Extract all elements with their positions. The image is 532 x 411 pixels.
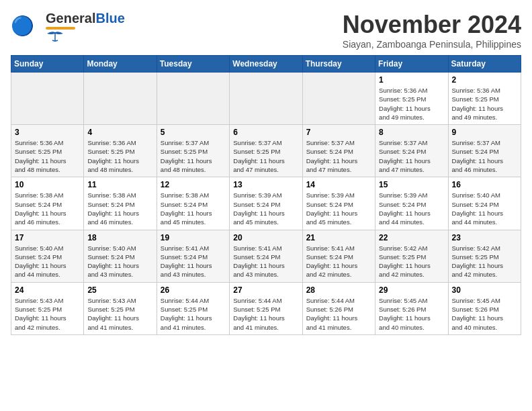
calendar-week-row: 10Sunrise: 5:38 AM Sunset: 5:24 PM Dayli… bbox=[11, 177, 521, 230]
logo-blue: Blue bbox=[95, 11, 124, 26]
day-number: 22 bbox=[379, 233, 444, 242]
location: Siayan, Zamboanga Peninsula, Philippines bbox=[343, 39, 521, 50]
day-info: Sunrise: 5:44 AM Sunset: 5:25 PM Dayligh… bbox=[233, 296, 298, 332]
calendar-week-row: 1Sunrise: 5:36 AM Sunset: 5:25 PM Daylig… bbox=[11, 73, 521, 125]
logo-general: General bbox=[46, 11, 95, 26]
calendar-day-cell bbox=[157, 73, 229, 125]
title-area: November 2024 Siayan, Zamboanga Peninsul… bbox=[343, 11, 521, 50]
calendar-header-wednesday: Wednesday bbox=[230, 56, 302, 73]
calendar-day-cell: 1Sunrise: 5:36 AM Sunset: 5:25 PM Daylig… bbox=[375, 73, 448, 125]
day-number: 2 bbox=[452, 75, 517, 85]
calendar-day-cell: 14Sunrise: 5:39 AM Sunset: 5:24 PM Dayli… bbox=[302, 177, 375, 230]
calendar-day-cell: 19Sunrise: 5:41 AM Sunset: 5:24 PM Dayli… bbox=[157, 230, 229, 282]
day-number: 24 bbox=[15, 285, 80, 295]
day-number: 4 bbox=[87, 128, 152, 137]
day-info: Sunrise: 5:44 AM Sunset: 5:26 PM Dayligh… bbox=[306, 296, 371, 332]
day-info: Sunrise: 5:44 AM Sunset: 5:25 PM Dayligh… bbox=[161, 296, 226, 332]
calendar-day-cell: 16Sunrise: 5:40 AM Sunset: 5:24 PM Dayli… bbox=[448, 177, 521, 230]
calendar-week-row: 3Sunrise: 5:36 AM Sunset: 5:25 PM Daylig… bbox=[11, 125, 521, 177]
day-number: 16 bbox=[452, 180, 517, 189]
calendar-header-friday: Friday bbox=[375, 56, 448, 73]
day-info: Sunrise: 5:41 AM Sunset: 5:24 PM Dayligh… bbox=[233, 244, 298, 279]
calendar-header-monday: Monday bbox=[84, 56, 157, 73]
day-number: 3 bbox=[15, 128, 80, 137]
calendar-day-cell: 24Sunrise: 5:43 AM Sunset: 5:25 PM Dayli… bbox=[11, 282, 84, 334]
calendar-day-cell: 6Sunrise: 5:37 AM Sunset: 5:25 PM Daylig… bbox=[230, 125, 302, 177]
day-info: Sunrise: 5:37 AM Sunset: 5:24 PM Dayligh… bbox=[452, 138, 517, 174]
day-info: Sunrise: 5:45 AM Sunset: 5:26 PM Dayligh… bbox=[452, 296, 517, 332]
calendar-day-cell: 26Sunrise: 5:44 AM Sunset: 5:25 PM Dayli… bbox=[157, 282, 229, 334]
calendar-day-cell: 28Sunrise: 5:44 AM Sunset: 5:26 PM Dayli… bbox=[302, 282, 375, 334]
day-number: 8 bbox=[379, 128, 444, 137]
day-info: Sunrise: 5:37 AM Sunset: 5:25 PM Dayligh… bbox=[161, 138, 226, 174]
calendar-day-cell: 3Sunrise: 5:36 AM Sunset: 5:25 PM Daylig… bbox=[11, 125, 84, 177]
day-number: 30 bbox=[452, 285, 517, 295]
day-info: Sunrise: 5:38 AM Sunset: 5:24 PM Dayligh… bbox=[161, 191, 226, 226]
calendar-day-cell: 20Sunrise: 5:41 AM Sunset: 5:24 PM Dayli… bbox=[230, 230, 302, 282]
day-info: Sunrise: 5:37 AM Sunset: 5:24 PM Dayligh… bbox=[306, 138, 371, 174]
calendar-day-cell: 27Sunrise: 5:44 AM Sunset: 5:25 PM Dayli… bbox=[230, 282, 302, 334]
day-number: 1 bbox=[379, 75, 444, 85]
day-number: 26 bbox=[161, 285, 226, 295]
calendar-day-cell: 2Sunrise: 5:36 AM Sunset: 5:25 PM Daylig… bbox=[448, 73, 521, 125]
day-number: 28 bbox=[306, 285, 371, 295]
calendar-header-row: SundayMondayTuesdayWednesdayThursdayFrid… bbox=[11, 56, 521, 73]
day-number: 17 bbox=[15, 233, 80, 242]
calendar-day-cell: 15Sunrise: 5:39 AM Sunset: 5:24 PM Dayli… bbox=[375, 177, 448, 230]
calendar-header-thursday: Thursday bbox=[302, 56, 375, 73]
calendar-day-cell: 7Sunrise: 5:37 AM Sunset: 5:24 PM Daylig… bbox=[302, 125, 375, 177]
calendar-week-row: 17Sunrise: 5:40 AM Sunset: 5:24 PM Dayli… bbox=[11, 230, 521, 282]
calendar-day-cell bbox=[84, 73, 157, 125]
day-number: 13 bbox=[233, 180, 298, 189]
day-number: 15 bbox=[379, 180, 444, 189]
day-info: Sunrise: 5:40 AM Sunset: 5:24 PM Dayligh… bbox=[87, 244, 152, 279]
day-number: 14 bbox=[306, 180, 371, 189]
day-number: 19 bbox=[161, 233, 226, 242]
day-info: Sunrise: 5:39 AM Sunset: 5:24 PM Dayligh… bbox=[379, 191, 444, 226]
day-info: Sunrise: 5:39 AM Sunset: 5:24 PM Dayligh… bbox=[233, 191, 298, 226]
logo-bird-icon bbox=[46, 31, 64, 43]
day-info: Sunrise: 5:36 AM Sunset: 5:25 PM Dayligh… bbox=[452, 86, 517, 122]
logo-text-block: GeneralBlue bbox=[46, 11, 125, 43]
day-number: 25 bbox=[87, 285, 152, 295]
calendar-day-cell: 8Sunrise: 5:37 AM Sunset: 5:24 PM Daylig… bbox=[375, 125, 448, 177]
calendar-day-cell: 12Sunrise: 5:38 AM Sunset: 5:24 PM Dayli… bbox=[157, 177, 229, 230]
day-number: 10 bbox=[15, 180, 80, 189]
day-info: Sunrise: 5:37 AM Sunset: 5:24 PM Dayligh… bbox=[379, 138, 444, 174]
calendar-day-cell bbox=[302, 73, 375, 125]
day-info: Sunrise: 5:40 AM Sunset: 5:24 PM Dayligh… bbox=[452, 191, 517, 226]
day-info: Sunrise: 5:37 AM Sunset: 5:25 PM Dayligh… bbox=[233, 138, 298, 174]
day-info: Sunrise: 5:38 AM Sunset: 5:24 PM Dayligh… bbox=[15, 191, 80, 226]
day-number: 29 bbox=[379, 285, 444, 295]
day-number: 18 bbox=[87, 233, 152, 242]
calendar-header-saturday: Saturday bbox=[448, 56, 521, 73]
logo: 🔵 GeneralBlue bbox=[11, 11, 125, 43]
calendar-day-cell: 11Sunrise: 5:38 AM Sunset: 5:24 PM Dayli… bbox=[84, 177, 157, 230]
day-info: Sunrise: 5:41 AM Sunset: 5:24 PM Dayligh… bbox=[161, 244, 226, 279]
calendar-day-cell bbox=[11, 73, 84, 125]
day-info: Sunrise: 5:43 AM Sunset: 5:25 PM Dayligh… bbox=[15, 296, 80, 332]
day-info: Sunrise: 5:39 AM Sunset: 5:24 PM Dayligh… bbox=[306, 191, 371, 226]
calendar-day-cell: 23Sunrise: 5:42 AM Sunset: 5:25 PM Dayli… bbox=[448, 230, 521, 282]
day-number: 20 bbox=[233, 233, 298, 242]
calendar-day-cell: 17Sunrise: 5:40 AM Sunset: 5:24 PM Dayli… bbox=[11, 230, 84, 282]
calendar-day-cell: 30Sunrise: 5:45 AM Sunset: 5:26 PM Dayli… bbox=[448, 282, 521, 334]
calendar-day-cell: 10Sunrise: 5:38 AM Sunset: 5:24 PM Dayli… bbox=[11, 177, 84, 230]
day-number: 12 bbox=[161, 180, 226, 189]
day-number: 11 bbox=[87, 180, 152, 189]
calendar-day-cell: 9Sunrise: 5:37 AM Sunset: 5:24 PM Daylig… bbox=[448, 125, 521, 177]
calendar-header-sunday: Sunday bbox=[11, 56, 84, 73]
calendar-week-row: 24Sunrise: 5:43 AM Sunset: 5:25 PM Dayli… bbox=[11, 282, 521, 334]
calendar-day-cell: 4Sunrise: 5:36 AM Sunset: 5:25 PM Daylig… bbox=[84, 125, 157, 177]
day-info: Sunrise: 5:43 AM Sunset: 5:25 PM Dayligh… bbox=[87, 296, 152, 332]
day-info: Sunrise: 5:38 AM Sunset: 5:24 PM Dayligh… bbox=[87, 191, 152, 226]
calendar-day-cell: 13Sunrise: 5:39 AM Sunset: 5:24 PM Dayli… bbox=[230, 177, 302, 230]
calendar-day-cell bbox=[230, 73, 302, 125]
day-info: Sunrise: 5:42 AM Sunset: 5:25 PM Dayligh… bbox=[452, 244, 517, 279]
day-info: Sunrise: 5:41 AM Sunset: 5:24 PM Dayligh… bbox=[306, 244, 371, 279]
day-info: Sunrise: 5:45 AM Sunset: 5:26 PM Dayligh… bbox=[379, 296, 444, 332]
day-info: Sunrise: 5:36 AM Sunset: 5:25 PM Dayligh… bbox=[87, 138, 152, 174]
calendar-day-cell: 29Sunrise: 5:45 AM Sunset: 5:26 PM Dayli… bbox=[375, 282, 448, 334]
day-info: Sunrise: 5:42 AM Sunset: 5:25 PM Dayligh… bbox=[379, 244, 444, 279]
calendar-table: SundayMondayTuesdayWednesdayThursdayFrid… bbox=[11, 55, 521, 335]
